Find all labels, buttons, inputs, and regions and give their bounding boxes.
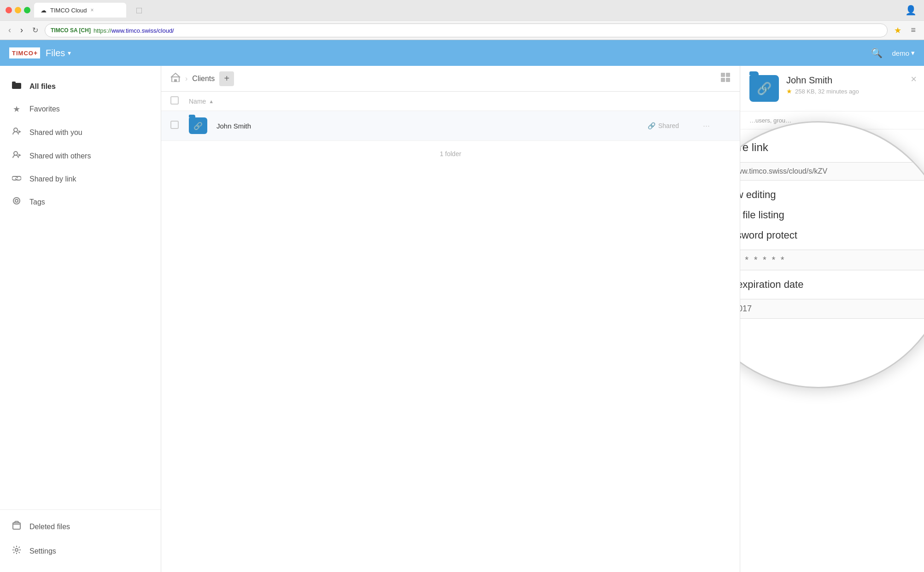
user-menu[interactable]: demo ▾	[892, 49, 915, 57]
deleted-label: Deleted files	[29, 523, 70, 531]
shared-with-you-label: Shared with you	[29, 128, 82, 137]
name-column-header[interactable]: Name ▲	[189, 98, 648, 105]
app-title: Files ▾	[46, 48, 71, 58]
file-area: › Clients + Name ▲	[161, 66, 740, 572]
app-body: All files ★ Favorites Shared with you Sh…	[0, 66, 924, 572]
svg-point-2	[14, 128, 18, 132]
sidebar-item-shared-with-you[interactable]: Shared with you	[0, 121, 161, 144]
share-section: ✓ Share link ✓ Allow editing	[740, 141, 924, 319]
settings-label: Settings	[29, 547, 56, 555]
allow-editing-label: Allow editing	[740, 189, 776, 201]
sidebar-item-all-files[interactable]: All files	[0, 75, 161, 98]
svg-rect-12	[721, 78, 725, 82]
address-url: https://www.timco.swiss/cloud/	[94, 26, 174, 35]
password-input[interactable]	[740, 250, 924, 270]
panel-header: 🔗 John Smith ★ 258 KB, 32 minutes ago	[740, 66, 924, 111]
sidebar-item-shared-by-link[interactable]: Shared by link	[0, 168, 161, 190]
logo-plus: +	[34, 49, 37, 57]
files-caret-icon[interactable]: ▾	[68, 49, 71, 57]
sidebar-bottom: Deleted files Settings	[0, 509, 161, 563]
file-name-label[interactable]: John Smith	[216, 122, 251, 130]
expiry-label: Set expiration date	[740, 279, 803, 291]
tags-label: Tags	[29, 198, 45, 206]
browser-tab-inactive[interactable]: □	[130, 3, 148, 18]
panel-folder-name: John Smith	[786, 75, 915, 86]
logo-text: TIMCO	[12, 50, 34, 57]
share-link-label: Share link	[740, 141, 768, 154]
search-icon[interactable]: 🔍	[871, 47, 883, 58]
breadcrumb-clients[interactable]: Clients	[192, 75, 215, 83]
sort-asc-icon: ▲	[209, 99, 214, 104]
panel-info: John Smith ★ 258 KB, 32 minutes ago	[786, 75, 915, 95]
password-protect-label: Password protect	[740, 229, 797, 241]
panel-close-icon[interactable]: ×	[911, 73, 917, 85]
shared-with-text: …users, grou…	[749, 117, 791, 124]
browser-menu-icon[interactable]: ≡	[908, 24, 918, 36]
table-row[interactable]: 🔗 John Smith 🔗 Shared ···	[161, 111, 740, 141]
forward-button[interactable]: ›	[18, 24, 26, 36]
folder-icon: 🔗	[189, 117, 207, 134]
actions-cell: ···	[703, 121, 731, 131]
panel-star-icon[interactable]: ★	[786, 88, 792, 95]
logo-area: TIMCO+	[9, 47, 40, 58]
sidebar-item-favorites[interactable]: ★ Favorites	[0, 98, 161, 121]
favorites-label: Favorites	[29, 105, 60, 113]
panel-folder-icon: 🔗	[749, 75, 779, 102]
row-checkbox[interactable]	[170, 121, 189, 131]
browser-tab-active[interactable]: ☁ TIMCO Cloud ×	[34, 3, 126, 18]
breadcrumb-arrow-icon: ›	[185, 75, 187, 83]
right-panel: 🔗 John Smith ★ 258 KB, 32 minutes ago × …	[740, 66, 924, 572]
sidebar-item-tags[interactable]: Tags	[0, 190, 161, 214]
tab-cloud-icon: ☁	[41, 7, 47, 14]
file-name-cell: 🔗 John Smith	[189, 117, 648, 134]
svg-rect-1	[12, 82, 16, 84]
view-toggle-icon[interactable]	[720, 72, 731, 85]
tags-icon	[11, 197, 22, 207]
sidebar-item-deleted[interactable]: Deleted files	[0, 514, 161, 539]
svg-rect-11	[726, 73, 730, 77]
back-button[interactable]: ‹	[6, 24, 14, 36]
browser-chrome: ☁ TIMCO Cloud × □ 👤 ‹ › ↻ TIMCO SA [CH] …	[0, 0, 924, 40]
refresh-button[interactable]: ↻	[29, 25, 41, 35]
tab-close-icon[interactable]: ×	[90, 7, 94, 13]
user-caret-icon: ▾	[911, 49, 915, 57]
dot-yellow[interactable]	[15, 7, 21, 13]
svg-point-4	[13, 198, 20, 204]
panel-meta: ★ 258 KB, 32 minutes ago	[786, 88, 915, 95]
browser-dots	[6, 7, 30, 13]
account-icon[interactable]: 👤	[905, 5, 917, 16]
all-files-label: All files	[29, 82, 56, 91]
folder-link-icon: 🔗	[193, 122, 203, 130]
password-protect-row: ✓ Password protect	[740, 229, 924, 241]
shared-by-link-label: Shared by link	[29, 175, 76, 183]
files-label: Files	[46, 48, 65, 58]
file-table-header: Name ▲	[161, 92, 740, 111]
more-actions-icon[interactable]: ···	[703, 121, 710, 130]
dot-green[interactable]	[24, 7, 30, 13]
new-tab-placeholder: □	[136, 5, 142, 16]
dot-red[interactable]	[6, 7, 12, 13]
expiry-date-input[interactable]	[740, 299, 924, 319]
add-folder-button[interactable]: +	[219, 71, 234, 86]
select-all-checkbox[interactable]	[170, 96, 189, 106]
share-badge: 🔗 Shared	[648, 122, 703, 129]
all-files-icon	[11, 82, 22, 91]
share-url-input[interactable]	[740, 162, 924, 181]
share-popup-circle: ✓ Share link ✓ Allow editing	[740, 121, 924, 388]
svg-point-3	[14, 152, 18, 155]
bookmark-star-icon[interactable]: ★	[891, 24, 904, 36]
hide-listing-label: Hide file listing	[740, 209, 784, 221]
svg-point-5	[15, 199, 18, 202]
sidebar-item-shared-with-others[interactable]: Shared with others	[0, 144, 161, 168]
ssl-badge: TIMCO SA [CH]	[51, 27, 91, 34]
sidebar-item-settings[interactable]: Settings	[0, 539, 161, 563]
url-rest: www.timco.swiss/cloud/	[111, 27, 174, 34]
deleted-icon	[11, 521, 22, 532]
user-label: demo	[892, 49, 909, 57]
svg-rect-9	[174, 79, 177, 82]
address-bar[interactable]: TIMCO SA [CH] https://www.timco.swiss/cl…	[45, 23, 888, 37]
settings-icon	[11, 545, 22, 557]
expiry-row: ✓ Set expiration date	[740, 279, 924, 291]
hide-listing-row: Hide file listing	[740, 209, 924, 221]
breadcrumb-home-icon[interactable]	[170, 73, 181, 84]
